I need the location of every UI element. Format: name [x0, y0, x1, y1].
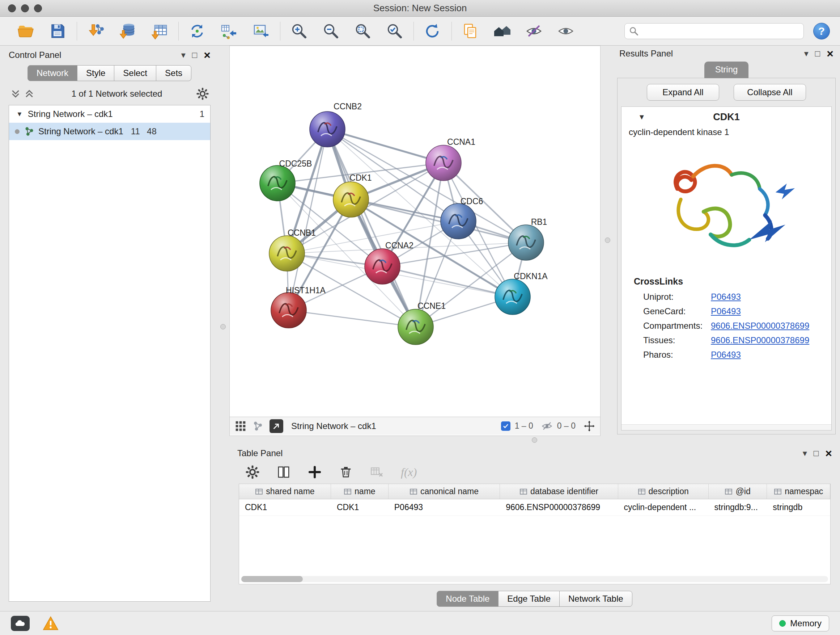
column-header-database-identifier[interactable]: database identifier — [500, 484, 618, 499]
hide-selected-button[interactable] — [523, 20, 545, 42]
home-views-button[interactable] — [492, 20, 513, 42]
horizontal-scrollbar[interactable] — [241, 576, 828, 582]
cloud-button[interactable] — [11, 616, 30, 631]
crosslink-link[interactable]: P06493 — [711, 292, 741, 302]
network-canvas[interactable]: CCNB2CCNA1CDC25BCDK1CDC6RB1CCNB1CCNA2CDK… — [230, 46, 600, 417]
scrollbar-thumb[interactable] — [241, 576, 303, 582]
panel-float-icon[interactable]: ▾ — [803, 449, 807, 458]
open-session-button[interactable] — [15, 20, 36, 42]
search-input[interactable] — [641, 26, 799, 36]
zoom-in-button[interactable] — [288, 20, 309, 42]
tab-edge-table[interactable]: Edge Table — [498, 591, 560, 607]
help-button[interactable]: ? — [813, 23, 830, 40]
table-cell[interactable]: stringdb — [767, 499, 830, 516]
pan-move-icon[interactable] — [584, 420, 595, 432]
collapse-all-icon[interactable] — [10, 88, 21, 99]
table-cell[interactable]: CDK1 — [331, 499, 388, 516]
network-node-CDK1[interactable] — [333, 182, 369, 217]
collapse-all-button[interactable]: Collapse All — [734, 84, 806, 101]
network-row[interactable]: String Network – cdk1 11 48 — [9, 123, 210, 140]
table-cell[interactable]: 9606.ENSP00000378699 — [500, 499, 618, 516]
network-node-CDC6[interactable] — [441, 203, 476, 239]
crosslink-link[interactable]: 9606.ENSP00000378699 — [711, 321, 809, 331]
tab-select[interactable]: Select — [114, 65, 156, 81]
zoom-selected-button[interactable] — [384, 20, 405, 42]
column-header-name[interactable]: name — [331, 484, 388, 499]
show-columns-icon[interactable] — [276, 465, 291, 479]
crosslink-link[interactable]: P06493 — [711, 350, 741, 360]
tab-sets[interactable]: Sets — [156, 65, 191, 81]
expand-all-icon[interactable] — [24, 88, 35, 99]
network-edge[interactable] — [327, 129, 444, 163]
right-splitter-handle[interactable] — [605, 238, 610, 243]
network-node-CDC25B[interactable] — [260, 165, 295, 201]
warning-icon[interactable] — [43, 616, 58, 631]
network-node-CDKN1A[interactable] — [495, 279, 531, 315]
network-edge[interactable] — [382, 266, 513, 297]
import-network-from-database-button[interactable] — [117, 20, 138, 42]
panel-float-icon[interactable]: ▾ — [804, 49, 808, 58]
network-transform-button[interactable] — [187, 20, 208, 42]
network-edge[interactable] — [289, 310, 416, 327]
expand-all-button[interactable]: Expand All — [647, 84, 719, 101]
column-header-@id[interactable]: @id — [709, 484, 767, 499]
network-collection-row[interactable]: ▼ String Network – cdk1 1 — [9, 105, 210, 123]
panel-maximize-icon[interactable]: □ — [815, 49, 821, 58]
table-cell[interactable]: stringdb:9... — [709, 499, 767, 516]
crosslink-link[interactable]: P06493 — [711, 306, 741, 317]
tab-network[interactable]: Network — [27, 65, 77, 81]
export-image-button[interactable] — [250, 20, 271, 42]
horizontal-scrollbar[interactable] — [622, 424, 831, 430]
panel-close-icon[interactable]: × — [204, 49, 210, 61]
delete-column-trash-icon[interactable] — [339, 465, 353, 479]
crosslink-link[interactable]: 9606.ENSP00000378699 — [711, 335, 809, 345]
hidden-eye-slash-icon[interactable] — [541, 420, 553, 432]
import-table-from-file-button[interactable] — [149, 20, 170, 42]
column-header-description[interactable]: description — [618, 484, 709, 499]
network-node-CCNA1[interactable] — [426, 145, 461, 181]
save-session-button[interactable] — [47, 20, 68, 42]
network-edge[interactable] — [289, 129, 327, 310]
panel-maximize-icon[interactable]: □ — [813, 449, 819, 458]
network-node-CCNA2[interactable] — [365, 249, 400, 284]
share-view-icon[interactable] — [252, 420, 264, 432]
collapse-triangle-icon[interactable]: ▼ — [638, 113, 645, 121]
panel-close-icon[interactable]: × — [827, 48, 834, 59]
zoom-out-button[interactable] — [320, 20, 341, 42]
network-node-HIST1H1A[interactable] — [271, 293, 306, 328]
tab-string[interactable]: String — [704, 62, 749, 78]
panel-float-icon[interactable]: ▾ — [181, 51, 186, 59]
protein-title-row[interactable]: ▼ CDK1 — [622, 107, 831, 127]
table-settings-gear-icon[interactable] — [245, 465, 260, 479]
panel-maximize-icon[interactable]: □ — [192, 51, 197, 59]
table-row[interactable]: CDK1CDK1P064939606.ENSP00000378699cyclin… — [239, 499, 830, 516]
network-edge[interactable] — [327, 129, 416, 327]
show-all-button[interactable] — [555, 20, 576, 42]
panel-close-icon[interactable]: × — [825, 448, 832, 459]
network-node-RB1[interactable] — [508, 225, 544, 260]
column-header-canonical-name[interactable]: canonical name — [388, 484, 500, 499]
birdseye-view-button[interactable] — [270, 419, 283, 433]
memory-button[interactable]: Memory — [772, 616, 829, 631]
table-cell[interactable]: CDK1 — [239, 499, 331, 516]
collapse-triangle-icon[interactable]: ▼ — [16, 111, 23, 118]
refresh-button[interactable] — [422, 20, 443, 42]
copy-documents-button[interactable] — [460, 20, 481, 42]
tab-network-table[interactable]: Network Table — [559, 591, 632, 607]
bottom-splitter-handle[interactable] — [532, 437, 537, 443]
column-header-shared-name[interactable]: shared name — [239, 484, 331, 499]
add-column-icon[interactable] — [308, 465, 322, 479]
table-cell[interactable]: cyclin-dependent ... — [618, 499, 709, 516]
network-node-CCNB2[interactable] — [309, 111, 345, 147]
left-splitter-handle[interactable] — [220, 324, 226, 329]
import-network-from-file-button[interactable] — [85, 20, 106, 42]
network-table-transfer-button[interactable] — [218, 20, 240, 42]
network-node-CCNB1[interactable] — [269, 236, 305, 271]
tab-style[interactable]: Style — [77, 65, 114, 81]
gear-icon[interactable] — [196, 87, 209, 100]
zoom-fit-button[interactable] — [352, 20, 373, 42]
table-cell[interactable]: P06493 — [388, 499, 500, 516]
grid-view-icon[interactable] — [235, 420, 246, 432]
network-node-CCNE1[interactable] — [398, 309, 433, 345]
selected-checkbox-icon[interactable] — [501, 421, 510, 431]
